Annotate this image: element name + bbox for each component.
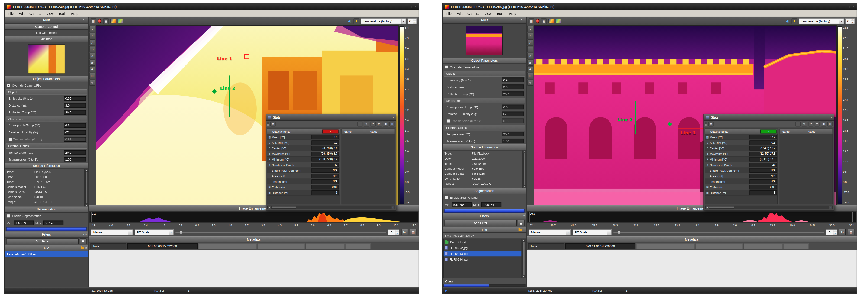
- segmentation-min-field[interactable]: 1.05572: [14, 221, 34, 225]
- image-preview-icon[interactable]: [118, 19, 123, 23]
- enable-segmentation-checkbox[interactable]: [7, 214, 10, 218]
- histogram-settings-button[interactable]: ▥: [410, 229, 416, 235]
- statistic-row[interactable]: Area [cm²] N/A: [705, 173, 778, 179]
- series-color-chip[interactable]: 2: [760, 129, 777, 133]
- close-icon[interactable]: ×: [523, 18, 525, 21]
- minimize-button[interactable]: —: [842, 5, 845, 8]
- previous-frame-icon[interactable]: ◀: [346, 18, 352, 24]
- humidity-field[interactable]: 67: [501, 111, 524, 116]
- enhancement-slider[interactable]: [613, 230, 824, 234]
- previous-frame-icon[interactable]: ◀: [784, 18, 790, 24]
- close-icon[interactable]: ×: [523, 228, 525, 231]
- slider-thumb[interactable]: [180, 230, 182, 234]
- optics-temperature-field[interactable]: 20.0: [64, 150, 86, 155]
- add-filter-button[interactable]: Add Filter: [6, 238, 79, 244]
- delete-icon[interactable]: ✂: [370, 121, 375, 127]
- statistic-row[interactable]: Single Pixel Area [cm²] N/A: [267, 168, 340, 173]
- statistic-row[interactable]: σ Std. Dev. [°C] 0.1: [267, 140, 340, 145]
- statistic-row[interactable]: σ Std. Dev. [°C] 0.1: [705, 140, 778, 145]
- adjustment-mode-dropdown[interactable]: Manual ▼: [529, 229, 571, 235]
- snapshot-icon[interactable]: ▣: [103, 18, 109, 24]
- enable-segmentation-checkbox[interactable]: [445, 196, 448, 199]
- chart-icon[interactable]: ▥: [827, 121, 833, 127]
- statistic-row[interactable]: Length [cm] N/A: [705, 179, 778, 185]
- edit-icon[interactable]: ✎: [364, 121, 369, 127]
- image-preview-icon[interactable]: [556, 19, 561, 23]
- stats-horizontal-scrollbar[interactable]: ◀ ▲: [267, 206, 395, 209]
- enable-segmentation-row[interactable]: Enable Segmentation: [442, 194, 526, 201]
- menu-item[interactable]: Help: [507, 11, 519, 16]
- menu-item[interactable]: Edit: [16, 11, 27, 16]
- statistic-row[interactable]: ▣ Distance [m] 3: [705, 190, 778, 196]
- name-column-header[interactable]: Name: [342, 129, 368, 134]
- level-spinner[interactable]: 5 ▲ ▼: [388, 229, 399, 235]
- statistic-row[interactable]: # Number of Pixels 27: [705, 162, 778, 168]
- segmentation-header[interactable]: Segmentation: [5, 206, 88, 212]
- close-icon[interactable]: ×: [85, 18, 87, 21]
- record-icon[interactable]: [98, 19, 102, 23]
- value-column-header[interactable]: Value: [368, 129, 395, 134]
- menu-item[interactable]: Tools: [56, 11, 69, 16]
- stats-window[interactable]: Stats × ▦ + ✎ ✂ ▤ ▣ ▥: [266, 114, 396, 210]
- filters-header[interactable]: Filters ▪ ×: [442, 213, 526, 219]
- scroll-left-icon[interactable]: ◀: [705, 206, 709, 209]
- statistic-row[interactable]: ⌖ Center [°C] (6, 76.0) 8.6: [267, 145, 340, 151]
- transmission-checkbox[interactable]: [8, 138, 12, 141]
- roi-tool-button[interactable]: A: [527, 66, 533, 72]
- menu-item[interactable]: File: [444, 11, 454, 16]
- scroll-left-icon[interactable]: ◀: [267, 206, 271, 209]
- scrollbar-thumb[interactable]: [523, 153, 526, 186]
- roi-tool-button[interactable]: ↖: [527, 26, 533, 32]
- statistic-row[interactable]: ▦ Mean [°C] 8.5: [267, 134, 340, 140]
- close-icon[interactable]: ×: [830, 116, 832, 119]
- distance-field[interactable]: 3.0: [64, 103, 86, 108]
- scroll-up-icon[interactable]: ▲: [523, 151, 525, 153]
- file-row[interactable]: FLIR0264.jpg: [443, 256, 522, 262]
- roi-tool-button[interactable]: ○: [527, 53, 533, 59]
- spin-down-icon[interactable]: ▼: [396, 232, 399, 235]
- spin-up-icon[interactable]: ▲: [833, 230, 837, 232]
- roi-tool-button[interactable]: A: [89, 66, 95, 72]
- scrollbar-thumb[interactable]: [522, 241, 525, 275]
- metadata-value[interactable]: 029:21:01:54.929000: [565, 243, 636, 249]
- distance-field[interactable]: 3.0: [501, 85, 524, 89]
- scroll-down-icon[interactable]: ▼: [523, 276, 525, 277]
- roi-tool-button[interactable]: ✎: [527, 79, 533, 86]
- save-icon[interactable]: ▣: [383, 121, 388, 127]
- camera-control-header[interactable]: Camera Control: [5, 24, 88, 30]
- filters-header[interactable]: Filters ▪ ×: [5, 231, 88, 237]
- record-icon[interactable]: [536, 19, 539, 23]
- reflected-temp-field[interactable]: 20.0: [501, 91, 524, 96]
- metadata-header[interactable]: Metadata: [527, 236, 857, 242]
- add-statistic-icon[interactable]: +: [358, 121, 363, 127]
- file-list-horizontal-scrollbar[interactable]: [443, 284, 526, 287]
- scroll-right-icon[interactable]: ▲: [829, 206, 833, 209]
- scrollbar-thumb[interactable]: [709, 206, 734, 208]
- scroll-right-icon[interactable]: ▲: [391, 206, 395, 209]
- object-parameters-header[interactable]: Object Parameters: [442, 58, 526, 64]
- statistic-row[interactable]: Single Pixel Area [cm²] N/A: [705, 168, 778, 173]
- color-scale-bar[interactable]: [399, 27, 404, 204]
- minimize-button[interactable]: —: [404, 5, 407, 8]
- segmentation-range-bar[interactable]: [6, 227, 86, 231]
- auto-adjust-icon[interactable]: A: [353, 18, 359, 24]
- level-spinner[interactable]: 5 ▲ ▼: [826, 229, 837, 235]
- series-color-chip[interactable]: 1: [322, 129, 339, 133]
- spin-down-icon[interactable]: ▼: [833, 232, 837, 235]
- line2-label[interactable]: Line 2: [220, 86, 235, 91]
- roi-tool-button[interactable]: ▭: [527, 46, 533, 52]
- line1-label[interactable]: Line 1: [217, 56, 232, 61]
- scroll-down-icon[interactable]: ▼: [523, 186, 525, 188]
- roi-tool-button[interactable]: ⌖: [89, 33, 95, 39]
- menu-item[interactable]: Camera: [465, 11, 482, 16]
- roi-tool-button[interactable]: ⊞: [527, 73, 533, 79]
- palette-dropdown[interactable]: Temperature (factory) ▼: [799, 18, 844, 24]
- filter-options-button[interactable]: ▣: [518, 220, 525, 226]
- statistic-row[interactable]: ▣ Emissivity 0.95: [705, 185, 778, 190]
- spin-down-icon[interactable]: ▼: [413, 21, 416, 24]
- file-row-selected[interactable]: FLIR0263.jpg: [443, 251, 522, 256]
- statistic-row[interactable]: Area [cm²] N/A: [267, 173, 340, 179]
- pin-icon[interactable]: ▪: [83, 233, 84, 235]
- segmentation-range-bar[interactable]: [444, 209, 524, 212]
- palette-dropdown[interactable]: Temperature (factory) ▼: [361, 18, 406, 24]
